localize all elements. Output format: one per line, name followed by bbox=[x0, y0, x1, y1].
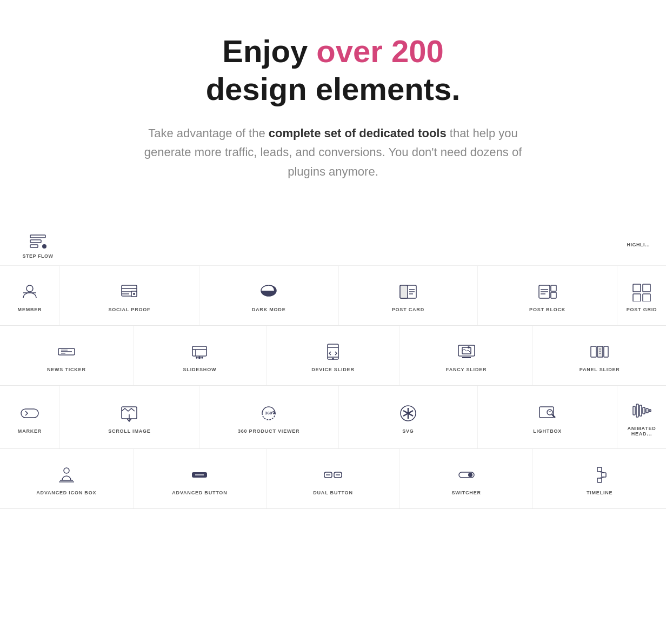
hero-title: Enjoy over 200 design elements. bbox=[11, 32, 655, 108]
svg-point-11 bbox=[133, 293, 135, 295]
360-viewer-icon: 360° bbox=[259, 404, 278, 423]
svg-text:360°: 360° bbox=[265, 411, 274, 415]
svg-rect-49 bbox=[597, 346, 603, 357]
cell-timeline: TIMELINE bbox=[533, 449, 666, 508]
device-slider-icon bbox=[323, 342, 343, 361]
svg-rect-0 bbox=[30, 235, 45, 238]
svg-point-37 bbox=[199, 357, 201, 358]
switcher-icon bbox=[457, 465, 476, 485]
svg-rect-21 bbox=[551, 285, 556, 291]
cell-animated-head: ANIMATED HEAD... bbox=[617, 386, 666, 448]
step-flow-item: STEP FLOW bbox=[16, 231, 59, 259]
post-block-icon bbox=[538, 282, 557, 301]
svg-rect-68 bbox=[643, 407, 645, 414]
cell-lightbox: LIGHTBOX bbox=[478, 386, 617, 448]
cell-advanced-button: ADVANCED BUTTON bbox=[134, 449, 267, 508]
cell-member: MEMBER bbox=[0, 266, 59, 325]
dual-button-icon bbox=[323, 465, 343, 485]
cell-scroll-image: SCROLL IMAGE bbox=[60, 386, 199, 448]
grid-row-2: NEWS TICKER SLIDESHOW bbox=[0, 326, 666, 385]
cell-post-card: POST CARD bbox=[339, 266, 478, 325]
cell-switcher: SWITCHER bbox=[400, 449, 533, 508]
svg-rect-34 bbox=[192, 346, 207, 356]
cell-advanced-icon-box: ADVANCED ICON BOX bbox=[0, 449, 133, 508]
svg-rect-83 bbox=[602, 473, 606, 477]
grid-row-4: ADVANCED ICON BOX ADVANCED BUTTON bbox=[0, 449, 666, 508]
svg-rect-84 bbox=[597, 478, 602, 482]
svg-point-46 bbox=[468, 346, 470, 348]
lightbox-icon bbox=[538, 404, 557, 423]
cell-marker: MARKER bbox=[0, 386, 59, 448]
svg-line-85 bbox=[600, 472, 604, 473]
cell-post-grid: POST GRID bbox=[617, 266, 666, 325]
step-flow-bar: STEP FLOW HIGHLI... bbox=[0, 224, 666, 266]
svg-point-81 bbox=[468, 473, 472, 477]
cell-dark-mode: DARK MODE bbox=[199, 266, 338, 325]
step-flow-icon bbox=[28, 231, 48, 250]
advanced-button-icon bbox=[190, 465, 209, 485]
svg-line-86 bbox=[600, 477, 604, 478]
svg-rect-28 bbox=[633, 294, 641, 301]
svg-rect-44 bbox=[458, 345, 475, 356]
svg-rect-22 bbox=[551, 292, 556, 298]
svg-rect-62 bbox=[540, 407, 554, 418]
svg-rect-16 bbox=[400, 285, 408, 298]
dark-mode-icon bbox=[259, 282, 278, 301]
fancy-slider-icon bbox=[457, 342, 476, 361]
cell-news-ticker: NEWS TICKER bbox=[0, 326, 133, 385]
svg-point-43 bbox=[332, 358, 334, 359]
hero-section: Enjoy over 200 design elements. Take adv… bbox=[0, 0, 666, 203]
post-card-icon bbox=[398, 282, 418, 301]
cell-svg: SVG bbox=[339, 386, 478, 448]
slideshow-icon bbox=[190, 342, 209, 361]
svg-point-39 bbox=[196, 357, 197, 358]
widgets-section: STEP FLOW HIGHLI... MEMBER bbox=[0, 224, 666, 509]
svg-rect-29 bbox=[643, 294, 650, 301]
svg-rect-26 bbox=[633, 284, 641, 292]
svg-icon bbox=[398, 404, 418, 423]
cell-post-block: POST BLOCK bbox=[478, 266, 617, 325]
cell-panel-slider: PANEL SLIDER bbox=[533, 326, 666, 385]
cell-360-viewer: 360° 360 PRODUCT VIEWER bbox=[199, 386, 338, 448]
svg-point-38 bbox=[202, 357, 203, 358]
svg-rect-1 bbox=[30, 240, 41, 243]
svg-rect-45 bbox=[462, 347, 471, 354]
svg-rect-69 bbox=[646, 408, 648, 413]
svg-point-4 bbox=[26, 285, 33, 292]
svg-rect-70 bbox=[649, 410, 651, 412]
cell-social-proof: SOCIAL PROOF bbox=[60, 266, 199, 325]
member-icon bbox=[20, 282, 39, 301]
advanced-icon-box-icon bbox=[57, 465, 76, 485]
svg-rect-54 bbox=[21, 409, 38, 418]
svg-rect-66 bbox=[636, 404, 638, 417]
svg-rect-48 bbox=[591, 346, 596, 357]
panel-slider-icon bbox=[590, 342, 609, 361]
cell-device-slider: DEVICE SLIDER bbox=[267, 326, 399, 385]
cell-fancy-slider: FANCY SLIDER bbox=[400, 326, 533, 385]
svg-point-3 bbox=[42, 244, 46, 249]
news-ticker-icon bbox=[57, 342, 76, 361]
cell-dual-button: DUAL BUTTON bbox=[267, 449, 399, 508]
social-proof-icon bbox=[119, 282, 139, 301]
svg-rect-82 bbox=[597, 467, 602, 472]
hero-subtitle: Take advantage of the complete set of de… bbox=[128, 124, 538, 181]
timeline-icon bbox=[590, 465, 609, 485]
grid-row-3: MARKER SCROLL IMAGE 360° bbox=[0, 386, 666, 448]
svg-rect-50 bbox=[604, 346, 608, 357]
svg-point-71 bbox=[64, 468, 69, 473]
svg-rect-2 bbox=[30, 245, 38, 247]
animated-head-icon bbox=[632, 401, 651, 420]
post-grid-icon bbox=[632, 282, 651, 301]
marker-icon bbox=[20, 404, 39, 423]
svg-rect-65 bbox=[633, 406, 635, 415]
cell-slideshow: SLIDESHOW bbox=[134, 326, 267, 385]
svg-rect-27 bbox=[643, 284, 650, 292]
scroll-image-icon bbox=[119, 404, 139, 423]
grid-row-1: MEMBER SOCIAL PROOF bbox=[0, 266, 666, 325]
svg-rect-67 bbox=[640, 405, 642, 416]
